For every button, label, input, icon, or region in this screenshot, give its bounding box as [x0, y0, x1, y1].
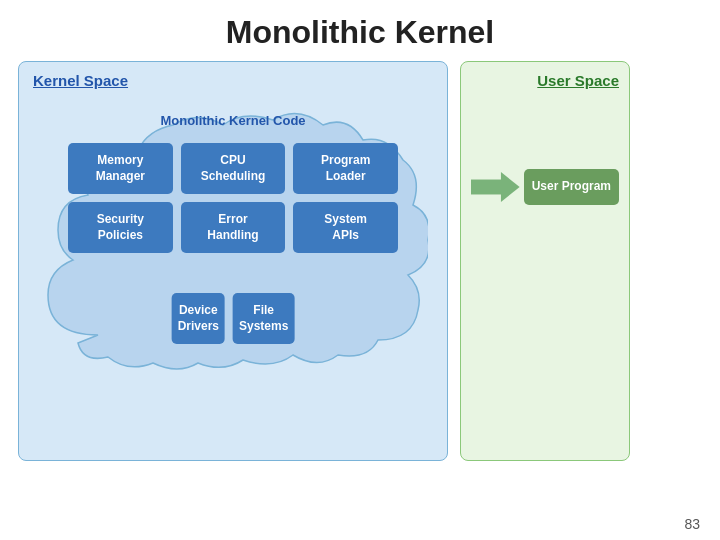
- memory-manager-box: MemoryManager: [68, 143, 173, 194]
- arrow-icon: [471, 169, 520, 205]
- svg-rect-0: [471, 180, 503, 195]
- main-content: Kernel Space Monolithic Kernel Code Memo…: [0, 61, 720, 461]
- cloud-container: Monolithic Kernel Code MemoryManager CPU…: [38, 95, 428, 385]
- kernel-grid-bottom: DeviceDrivers FileSystems: [172, 293, 295, 344]
- kernel-space-label: Kernel Space: [33, 72, 128, 89]
- file-systems-box: FileSystems: [233, 293, 294, 344]
- security-policies-box: SecurityPolicies: [68, 202, 173, 253]
- page-number: 83: [684, 516, 700, 532]
- system-apis-box: SystemAPIs: [293, 202, 398, 253]
- kernel-grid: MemoryManager CPUScheduling ProgramLoade…: [68, 143, 398, 261]
- user-space-label: User Space: [537, 72, 619, 89]
- page-title: Monolithic Kernel: [0, 0, 720, 61]
- program-loader-box: ProgramLoader: [293, 143, 398, 194]
- kernel-code-label: Monolithic Kernel Code: [160, 113, 305, 128]
- user-space-box: User Space User Program: [460, 61, 630, 461]
- user-program-box: User Program: [524, 169, 619, 205]
- user-program-row: User Program: [471, 169, 619, 205]
- error-handling-box: ErrorHandling: [181, 202, 286, 253]
- kernel-space-box: Kernel Space Monolithic Kernel Code Memo…: [18, 61, 448, 461]
- device-drivers-box: DeviceDrivers: [172, 293, 225, 344]
- svg-marker-1: [501, 172, 520, 202]
- cpu-scheduling-box: CPUScheduling: [181, 143, 286, 194]
